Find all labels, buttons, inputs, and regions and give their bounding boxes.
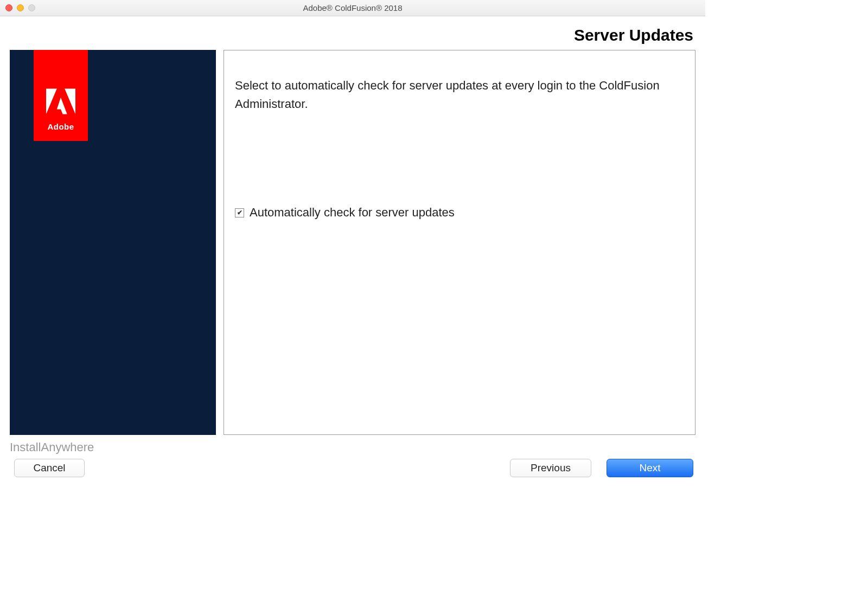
close-window-button[interactable] xyxy=(5,4,12,11)
installer-brand-text: InstallAnywhere xyxy=(10,440,693,454)
page-header: Server Updates xyxy=(0,16,705,50)
sidebar-brand-panel: Adobe xyxy=(10,50,216,435)
adobe-brand-text: Adobe xyxy=(47,122,74,131)
adobe-brand-tab: Adobe xyxy=(34,50,88,141)
description-text: Select to automatically check for server… xyxy=(235,76,680,113)
auto-check-updates-label: Automatically check for server updates xyxy=(250,206,455,220)
button-row: Cancel Previous Next xyxy=(10,459,693,477)
svg-marker-2 xyxy=(57,98,67,114)
svg-marker-1 xyxy=(65,89,75,114)
svg-marker-0 xyxy=(46,89,57,114)
footer: InstallAnywhere Cancel Previous Next xyxy=(0,435,705,477)
window-title: Adobe® ColdFusion® 2018 xyxy=(303,3,402,12)
adobe-logo-icon xyxy=(46,88,75,114)
next-button[interactable]: Next xyxy=(607,459,693,477)
maximize-window-button xyxy=(28,4,35,11)
auto-check-updates-checkbox[interactable]: ✔ xyxy=(235,208,244,217)
nav-button-group: Previous Next xyxy=(510,459,693,477)
auto-check-updates-row: ✔ Automatically check for server updates xyxy=(235,206,680,220)
minimize-window-button[interactable] xyxy=(17,4,24,11)
previous-button[interactable]: Previous xyxy=(510,459,591,477)
window-titlebar: Adobe® ColdFusion® 2018 xyxy=(0,0,705,16)
main-body: Adobe Select to automatically check for … xyxy=(0,50,705,435)
page-title: Server Updates xyxy=(12,26,693,44)
cancel-button[interactable]: Cancel xyxy=(14,459,85,477)
content-panel: Select to automatically check for server… xyxy=(224,50,695,435)
window-controls xyxy=(5,4,35,11)
